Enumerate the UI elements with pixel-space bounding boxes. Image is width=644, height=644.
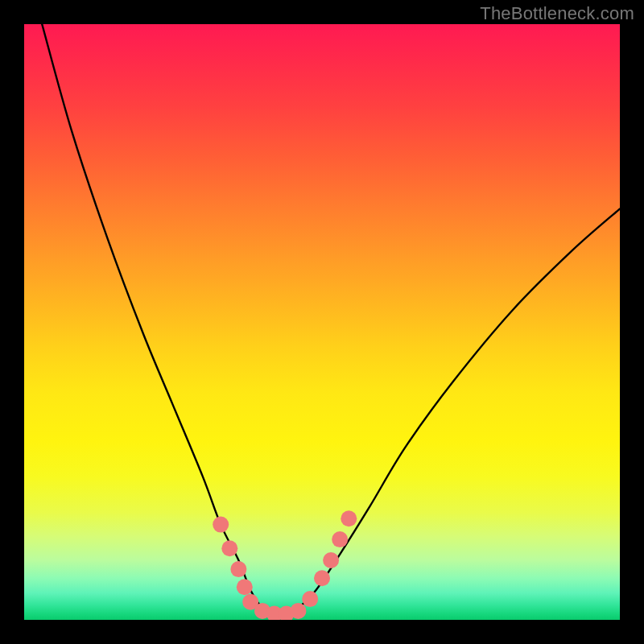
curve-marker bbox=[290, 603, 306, 619]
watermark-label: TheBottleneck.com bbox=[480, 3, 634, 24]
chart-frame: TheBottleneck.com bbox=[0, 0, 644, 644]
plot-area bbox=[24, 24, 620, 620]
curve-marker bbox=[213, 517, 229, 533]
curve-marker bbox=[314, 570, 330, 586]
curve-marker bbox=[302, 591, 318, 607]
curve-marker bbox=[237, 579, 253, 595]
curve-markers bbox=[213, 510, 357, 620]
chart-svg bbox=[24, 24, 620, 620]
curve-marker bbox=[332, 531, 348, 547]
curve-marker bbox=[221, 540, 237, 556]
curve-marker bbox=[230, 561, 246, 577]
curve-marker bbox=[323, 552, 339, 568]
bottleneck-curve bbox=[42, 24, 620, 615]
curve-marker bbox=[341, 510, 357, 526]
